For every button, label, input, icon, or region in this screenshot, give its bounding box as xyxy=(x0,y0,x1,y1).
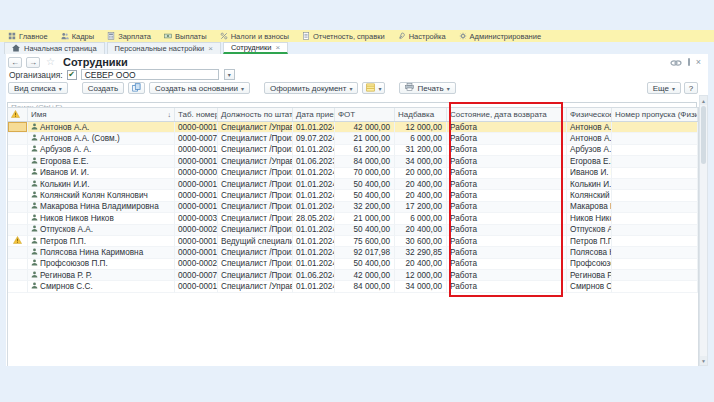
issue-document-button[interactable]: Оформить документ▾ xyxy=(264,82,358,94)
menu-item-1[interactable]: Главное xyxy=(8,32,48,41)
menu-item-7[interactable]: Настройка xyxy=(398,32,446,41)
person-cell: Отпусков А.А. xyxy=(567,225,612,236)
organization-dropdown-button[interactable]: ▾ xyxy=(224,69,235,80)
column-header-1[interactable] xyxy=(8,108,28,121)
table-row[interactable]: Полясова Нина Каримовна0000-00013Специал… xyxy=(8,247,698,258)
table-row[interactable]: Арбузов А. А.0000-00017Специалист /Произ… xyxy=(8,145,698,156)
check-icon: ✔ xyxy=(68,71,75,79)
vertical-scrollbar[interactable]: ▲ ▼ xyxy=(699,95,708,366)
table-row[interactable]: Профсоюзов П.П.0000-00020Специалист /Про… xyxy=(8,259,698,270)
table-row[interactable]: Отпусков А.А.0000-00021Специалист /Произ… xyxy=(8,225,698,236)
menu-item-6[interactable]: Отчетность, справки xyxy=(302,32,385,41)
column-header-5[interactable]: Дата приема xyxy=(293,108,335,121)
column-header-2[interactable]: Имя↓ xyxy=(28,108,175,121)
view-list-button[interactable]: Вид списка▾ xyxy=(8,82,68,94)
organization-checkbox[interactable]: ✔ xyxy=(67,70,77,80)
tab-3[interactable]: Сотрудники× xyxy=(223,42,288,54)
create-button[interactable]: Создать xyxy=(82,82,124,94)
fot-cell: 70 000,00 xyxy=(335,168,395,179)
menu-item-8[interactable]: Администрирование xyxy=(459,32,542,41)
employee-icon xyxy=(31,123,38,132)
table-row[interactable]: Антонов А.А. (Совм.)0000-00073Специалист… xyxy=(8,133,698,144)
column-header-7[interactable]: Надбавка xyxy=(395,108,447,121)
scroll-up-icon[interactable]: ▲ xyxy=(700,96,707,105)
table-row[interactable]: Колянский Колян Колянович0000-00019Специ… xyxy=(8,190,698,201)
close-icon[interactable]: × xyxy=(696,58,701,67)
table-row[interactable]: Иванов И. И.0000-00009Специалист /Произв… xyxy=(8,168,698,179)
pass-number-cell xyxy=(612,270,698,281)
allowance-cell: 20 400,00 xyxy=(395,225,447,236)
help-button[interactable]: ? xyxy=(684,82,698,94)
allowance-cell: 30 600,00 xyxy=(395,236,447,247)
chevron-down-icon: ▾ xyxy=(228,71,231,78)
table-row[interactable]: Петров П.П.0000-00010Ведущий специалист … xyxy=(8,236,698,247)
column-header-9[interactable]: Физическое лицо xyxy=(567,108,612,121)
list-settings-icon xyxy=(366,83,375,94)
admin-icon xyxy=(459,32,467,40)
pin-icon[interactable] xyxy=(688,58,690,66)
allowance-cell: 6 000,00 xyxy=(395,213,447,224)
menu-item-2[interactable]: Кадры xyxy=(61,32,94,41)
fot-cell: 92 017,98 xyxy=(335,247,395,258)
name-cell: Антонов А.А. (Совм.) xyxy=(28,133,175,144)
tab-close-icon[interactable]: × xyxy=(208,45,213,53)
scroll-down-icon[interactable]: ▼ xyxy=(700,356,707,365)
tab-2[interactable]: Персональные настройки× xyxy=(107,42,221,54)
position-cell: Специалист /Производственн... xyxy=(218,133,293,144)
organization-field[interactable]: СЕВЕР ООО xyxy=(81,69,219,80)
grid-icon xyxy=(8,32,16,40)
fot-cell: 42 000,00 xyxy=(335,122,395,133)
home-icon xyxy=(12,44,20,54)
hire-date-cell: 01.01.2024 xyxy=(293,281,335,292)
allowance-cell: 34 000,00 xyxy=(395,281,447,292)
hire-date-cell: 01.01.2024 xyxy=(293,247,335,258)
menu-item-5[interactable]: Налоги и взносы xyxy=(220,32,289,41)
create-based-on-button[interactable]: Создать на основании▾ xyxy=(149,82,250,94)
organization-label: Организация: xyxy=(9,70,63,80)
tab-close-icon[interactable]: × xyxy=(276,44,281,52)
employee-icon xyxy=(31,202,38,211)
warning-icon xyxy=(11,110,20,120)
list-settings-button[interactable]: ▾ xyxy=(362,82,385,94)
copy-button[interactable] xyxy=(128,82,145,94)
favorite-star-icon[interactable]: ☆ xyxy=(46,57,55,67)
hire-date-cell: 01.01.2024 xyxy=(293,179,335,190)
link-icon[interactable] xyxy=(670,53,682,71)
hire-date-cell: 01.01.2024 xyxy=(293,122,335,133)
table-row[interactable]: Егорова Е.Е.0000-00012Специалист /Управл… xyxy=(8,156,698,167)
name-cell: Профсоюзов П.П. xyxy=(28,259,175,270)
table-row[interactable]: Колькин И.И.0000-00015Специалист /Произв… xyxy=(8,179,698,190)
position-cell: Специалист /Производственн... xyxy=(218,179,293,190)
allowance-cell: 12 000,00 xyxy=(395,270,447,281)
table-row[interactable]: Антонов А.А.0000-00014Специалист /Управл… xyxy=(8,122,698,133)
print-button[interactable]: Печать▾ xyxy=(399,82,455,94)
tab-number-cell: 0000-00074 xyxy=(175,270,218,281)
person-cell: Антонов А.А. xyxy=(567,133,612,144)
menu-item-3[interactable]: Зарплата xyxy=(107,32,151,41)
tab-1[interactable]: Начальная страница xyxy=(4,42,105,54)
table-row[interactable]: Макарова Нина Владимировна0000-00018Спец… xyxy=(8,202,698,213)
hire-date-cell: 01.01.2024 xyxy=(293,145,335,156)
column-header-10[interactable]: Номер пропуска (Физические лица) xyxy=(612,108,698,121)
table-row[interactable]: Регинова Р. Р.0000-00074Специалист /Прои… xyxy=(8,270,698,281)
row-status-cell xyxy=(8,179,28,190)
state-cell: Работа xyxy=(447,156,567,167)
scrollbar-thumb[interactable] xyxy=(701,106,706,164)
more-button[interactable]: Еще▾ xyxy=(647,82,681,94)
column-header-3[interactable]: Таб. номер xyxy=(175,108,218,121)
position-cell: Специалист /Производственн... xyxy=(218,145,293,156)
table-row[interactable]: Ников Ников Ников0000-00030Специалист /П… xyxy=(8,213,698,224)
salary-icon xyxy=(107,32,115,40)
table-header: Имя↓Таб. номерДолжность по штатному расп… xyxy=(8,108,698,122)
page-title: Сотрудники xyxy=(63,56,128,68)
tab-number-cell: 0000-00010 xyxy=(175,236,218,247)
settings-icon xyxy=(398,32,406,40)
menu-item-4[interactable]: Выплаты xyxy=(164,32,207,41)
table-row[interactable]: Смирнов С.С.0000-00011Специалист /Управл… xyxy=(8,281,698,292)
column-header-4[interactable]: Должность по штатному расп... xyxy=(218,108,293,121)
forward-button[interactable]: → xyxy=(26,57,40,68)
column-header-8[interactable]: Состояние, дата возврата xyxy=(447,108,567,121)
fot-cell: 50 400,00 xyxy=(335,190,395,201)
back-button[interactable]: ← xyxy=(8,57,22,68)
column-header-6[interactable]: ФОТ xyxy=(335,108,395,121)
